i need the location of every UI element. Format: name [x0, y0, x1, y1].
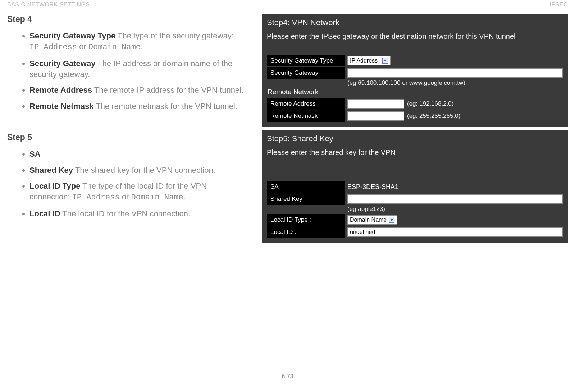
panel-desc: Please enter the shared key for the VPN [267, 148, 563, 157]
label-sa: SA [267, 181, 345, 193]
term: Remote Netmask [29, 102, 94, 111]
input-remote-address[interactable] [347, 99, 404, 109]
def-local-id: Local ID The local ID for the VPN connec… [29, 208, 245, 219]
label-security-gateway: Security Gateway [267, 67, 345, 79]
code-ip-address: IP Address [72, 193, 120, 202]
def-remote-netmask: Remote Netmask The remote netmask for th… [29, 101, 245, 112]
row-local-id-type: Local ID Type : Domain Name [267, 214, 563, 226]
panel-title: Step5: Shared Key [267, 134, 563, 143]
label-remote-address: Remote Address [267, 98, 345, 110]
select-security-gateway-type[interactable]: IP Address [347, 56, 391, 65]
hint-security-gateway: (eg:69.100.100.100 or www.google.com.tw) [347, 79, 465, 87]
step4-definition-list: Security Gateway Type The type of the se… [7, 31, 245, 112]
def-shared-key: Shared Key The shared key for the VPN co… [29, 165, 245, 176]
panel-step4-vpn-network: Step4: VPN Network Please enter the IPSe… [262, 14, 568, 127]
panel-step5-shared-key: Step5: Shared Key Please enter the share… [262, 130, 568, 243]
chevron-down-icon [382, 58, 388, 64]
code-domain-name: Domain Name [131, 193, 183, 202]
row-security-gateway-type: Security Gateway Type IP Address [267, 55, 563, 66]
label-shared-key: Shared Key [267, 193, 345, 205]
desc-text: The shared key for the VPN connection. [73, 166, 215, 175]
row-sa: SA ESP-3DES-SHA1 [267, 181, 563, 193]
desc-text: . [141, 42, 143, 51]
input-local-id[interactable]: undefined [347, 227, 563, 237]
hint-remote-address: (eg: 192.168.2.0) [407, 100, 453, 107]
label-remote-netmask: Remote Netmask [267, 110, 345, 122]
panel-desc: Please enter the IPSec gateway or the de… [267, 32, 563, 41]
desc-text: The local ID for the VPN connection. [60, 209, 191, 218]
term: Local ID Type [29, 181, 80, 190]
term: Security Gateway Type [29, 31, 115, 40]
term: Security Gateway [29, 59, 95, 68]
step5-heading: Step 5 [7, 133, 245, 142]
hint-remote-netmask: (eg: 255.255.255.0) [407, 112, 460, 120]
row-remote-address: Remote Address (eg: 192.168.2.0) [267, 98, 563, 110]
desc-text: The type of the security gateway: [115, 31, 234, 40]
input-remote-netmask[interactable] [347, 111, 404, 121]
code-ip-address: IP Address [29, 43, 77, 52]
hint-shared-key: (eg:apple123) [347, 206, 385, 213]
def-local-id-type: Local ID Type The type of the local ID f… [29, 181, 245, 203]
def-sa: SA [29, 149, 245, 160]
row-shared-key: Shared Key [267, 193, 563, 205]
input-shared-key[interactable] [347, 194, 563, 204]
select-value: Domain Name [350, 217, 387, 223]
value-sa: ESP-3DES-SHA1 [347, 183, 398, 191]
step4-heading: Step 4 [7, 14, 245, 24]
header-left: BASIC NETWORK SETTINGS [7, 1, 90, 8]
desc-text: or [120, 192, 131, 201]
row-remote-netmask: Remote Netmask (eg: 255.255.255.0) [267, 110, 563, 122]
label-remote-network: Remote Network [268, 88, 563, 96]
chevron-down-icon [389, 217, 394, 223]
label-local-id: Local ID : [267, 226, 345, 238]
label-local-id-type: Local ID Type : [267, 214, 345, 226]
header-right: IPSEC [549, 1, 568, 8]
label-security-gateway-type: Security Gateway Type [267, 55, 345, 66]
select-local-id-type[interactable]: Domain Name [347, 215, 397, 225]
code-domain-name: Domain Name [88, 43, 141, 52]
step5-definition-list: SA Shared Key The shared key for the VPN… [7, 149, 245, 219]
def-security-gateway: Security Gateway The IP address or domai… [29, 58, 245, 80]
desc-text: The remote netmask for the VPN tunnel. [94, 102, 237, 111]
row-security-gateway: Security Gateway [267, 67, 563, 79]
input-local-id-value: undefined [350, 229, 375, 235]
term: Local ID [29, 209, 60, 218]
term: Remote Address [29, 86, 92, 94]
def-remote-address: Remote Address The remote IP address for… [29, 85, 245, 96]
page-number: 6-73 [0, 373, 575, 380]
desc-text: . [183, 192, 186, 201]
row-local-id: Local ID : undefined [267, 226, 563, 238]
term: Shared Key [29, 166, 73, 175]
select-value: IP Address [350, 57, 378, 64]
def-security-gateway-type: Security Gateway Type The type of the se… [29, 31, 245, 53]
term: SA [29, 149, 41, 158]
desc-text: The remote IP address for the VPN tunnel… [92, 86, 243, 94]
desc-text: or [77, 42, 88, 51]
input-security-gateway[interactable] [347, 68, 563, 78]
panel-title: Step4: VPN Network [267, 18, 563, 27]
